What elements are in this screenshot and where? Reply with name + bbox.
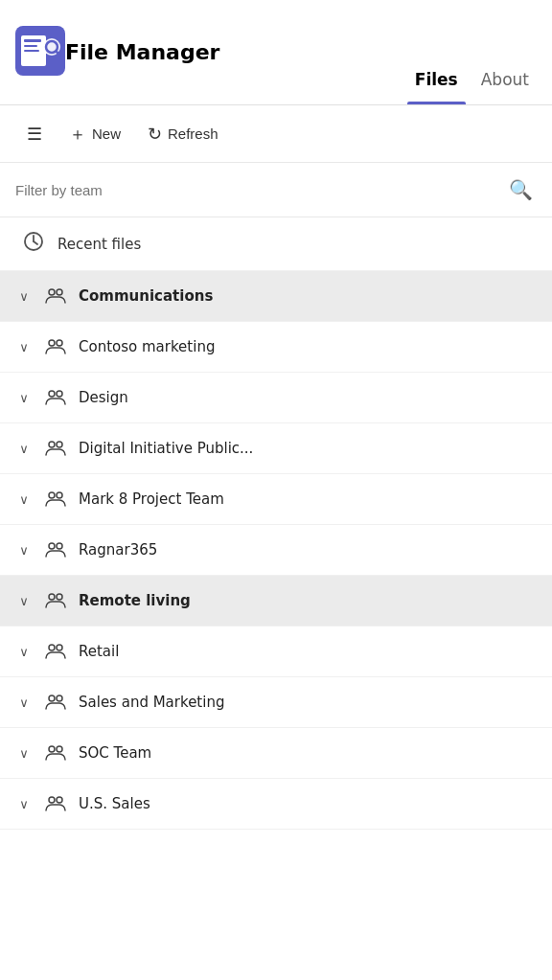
refresh-icon: ↻ bbox=[148, 125, 162, 143]
svg-rect-3 bbox=[24, 45, 37, 47]
svg-point-30 bbox=[57, 746, 62, 752]
nav-tabs: Files About bbox=[407, 0, 537, 104]
svg-point-21 bbox=[49, 543, 55, 549]
list-item[interactable]: ∨ Digital Initiative Public... bbox=[0, 423, 552, 474]
team-list: Recent files ∨ Communications ∨ Contoso … bbox=[0, 217, 552, 830]
list-item[interactable]: ∨ SOC Team bbox=[0, 728, 552, 779]
tab-about[interactable]: About bbox=[473, 0, 537, 104]
clock-icon bbox=[23, 231, 44, 257]
chevron-down-icon: ∨ bbox=[15, 695, 33, 710]
svg-point-11 bbox=[49, 289, 55, 295]
chevron-down-icon: ∨ bbox=[15, 391, 33, 405]
team-icon bbox=[44, 285, 67, 308]
list-item[interactable]: ∨ Remote living bbox=[0, 576, 552, 627]
svg-point-23 bbox=[49, 594, 55, 600]
team-icon bbox=[44, 792, 67, 815]
filter-bar: 🔍 bbox=[0, 163, 552, 217]
list-item[interactable]: ∨ Retail bbox=[0, 627, 552, 677]
recent-files-label: Recent files bbox=[58, 236, 141, 253]
svg-point-14 bbox=[57, 340, 62, 346]
svg-rect-2 bbox=[24, 39, 41, 42]
app-logo bbox=[15, 26, 65, 80]
list-item[interactable]: ∨ Contoso marketing bbox=[0, 322, 552, 373]
svg-point-20 bbox=[57, 492, 62, 498]
svg-point-27 bbox=[49, 695, 55, 701]
refresh-button[interactable]: ↻ Refresh bbox=[136, 118, 230, 150]
team-icon bbox=[44, 691, 67, 714]
filter-input[interactable] bbox=[15, 182, 505, 198]
svg-point-32 bbox=[57, 797, 62, 803]
new-button[interactable]: ＋ New bbox=[58, 118, 132, 150]
menu-button[interactable]: ☰ bbox=[15, 118, 54, 150]
svg-rect-4 bbox=[24, 50, 39, 52]
team-icon bbox=[44, 386, 67, 409]
list-item[interactable]: ∨ Communications bbox=[0, 271, 552, 322]
list-item[interactable]: ∨ Design bbox=[0, 373, 552, 423]
svg-point-17 bbox=[49, 442, 55, 447]
chevron-down-icon: ∨ bbox=[15, 645, 33, 659]
plus-icon: ＋ bbox=[69, 125, 86, 143]
chevron-down-icon: ∨ bbox=[15, 340, 33, 354]
svg-point-19 bbox=[49, 492, 55, 498]
team-icon bbox=[44, 488, 67, 511]
chevron-down-icon: ∨ bbox=[15, 492, 33, 507]
team-icon bbox=[44, 640, 67, 663]
recent-files-item[interactable]: Recent files bbox=[0, 217, 552, 271]
svg-point-16 bbox=[57, 391, 62, 397]
chevron-down-icon: ∨ bbox=[15, 543, 33, 558]
list-item[interactable]: ∨ Sales and Marketing bbox=[0, 677, 552, 728]
svg-point-24 bbox=[57, 594, 62, 600]
svg-point-18 bbox=[57, 442, 62, 447]
team-icon bbox=[44, 589, 67, 612]
svg-point-25 bbox=[49, 645, 55, 650]
team-icon bbox=[44, 741, 67, 764]
svg-point-31 bbox=[49, 797, 55, 803]
list-item[interactable]: ∨ Mark 8 Project Team bbox=[0, 474, 552, 525]
team-icon bbox=[44, 538, 67, 561]
svg-point-29 bbox=[49, 746, 55, 752]
list-item[interactable]: ∨ Ragnar365 bbox=[0, 525, 552, 576]
svg-line-10 bbox=[34, 241, 37, 244]
svg-point-22 bbox=[57, 543, 62, 549]
svg-point-15 bbox=[49, 391, 55, 397]
chevron-down-icon: ∨ bbox=[15, 746, 33, 761]
team-icon bbox=[44, 335, 67, 358]
toolbar: ☰ ＋ New ↻ Refresh bbox=[0, 105, 552, 163]
svg-point-12 bbox=[57, 289, 62, 295]
svg-point-26 bbox=[57, 645, 62, 650]
app-title: File Manager bbox=[65, 40, 219, 64]
app-header: File Manager Files About bbox=[0, 0, 552, 105]
list-item[interactable]: ∨ U.S. Sales bbox=[0, 779, 552, 830]
team-icon bbox=[44, 437, 67, 460]
search-button[interactable]: 🔍 bbox=[505, 174, 537, 205]
search-icon: 🔍 bbox=[509, 179, 533, 200]
hamburger-icon: ☰ bbox=[27, 125, 42, 143]
chevron-down-icon: ∨ bbox=[15, 594, 33, 608]
svg-point-28 bbox=[57, 695, 62, 701]
chevron-down-icon: ∨ bbox=[15, 289, 33, 304]
chevron-down-icon: ∨ bbox=[15, 442, 33, 456]
chevron-down-icon: ∨ bbox=[15, 797, 33, 811]
tab-files[interactable]: Files bbox=[407, 0, 466, 104]
svg-point-13 bbox=[49, 340, 55, 346]
